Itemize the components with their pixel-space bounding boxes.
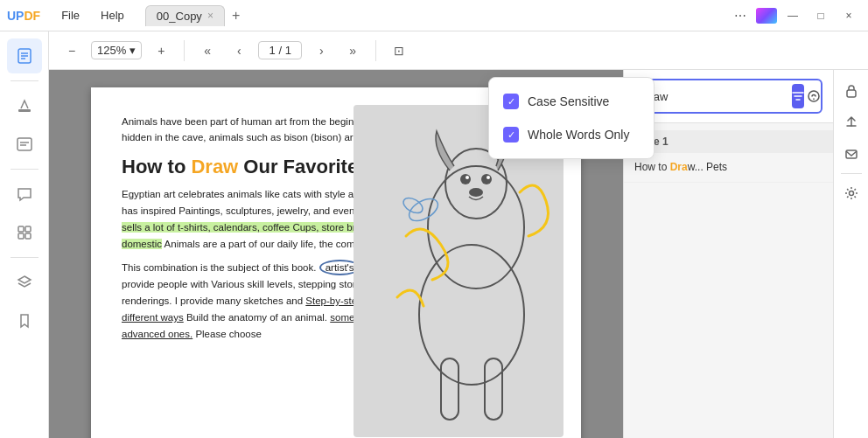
filter-option-case-sensitive[interactable]: ✓ Case Sensitive — [489, 85, 654, 118]
svg-rect-10 — [18, 233, 24, 239]
share-icon[interactable] — [837, 108, 865, 136]
heading-draw: Draw — [191, 156, 238, 177]
tab-close-btn[interactable]: × — [207, 10, 214, 22]
sidebar-icon-comment[interactable] — [7, 177, 42, 212]
result-highlight: Dra — [670, 161, 688, 173]
right-sidebar-icons — [833, 70, 868, 438]
case-sensitive-label: Case Sensitive — [528, 94, 609, 108]
left-sidebar — [0, 31, 49, 438]
zoom-display[interactable]: 125% ▾ — [91, 41, 142, 59]
titlebar-right: ⋯ — □ × — [728, 3, 861, 28]
content-area: − 125% ▾ + « ‹ 1 / 1 › » ⊡ Animals have … — [49, 31, 868, 438]
tab-add-btn[interactable]: + — [225, 4, 247, 27]
whole-words-checkbox[interactable]: ✓ — [503, 127, 519, 143]
whole-words-label: Whole Words Only — [528, 128, 629, 142]
prev-page-btn[interactable]: ‹ — [227, 38, 251, 63]
svg-rect-28 — [846, 150, 857, 158]
search-header — [624, 70, 833, 123]
minimize-btn[interactable]: — — [780, 3, 805, 28]
fit-page-btn[interactable]: ⊡ — [387, 38, 411, 63]
sidebar-divider-2 — [10, 169, 38, 170]
svg-rect-27 — [847, 90, 856, 97]
tab-document[interactable]: 00_Copy × — [145, 5, 225, 26]
sidebar-divider-1 — [10, 80, 38, 81]
svg-rect-9 — [25, 226, 31, 232]
zoom-in-btn[interactable]: + — [149, 38, 173, 63]
titlebar: UPDF File Help 00_Copy × + ⋯ — □ × — [0, 0, 868, 31]
sidebar-icon-document[interactable] — [7, 38, 42, 73]
svg-point-19 — [469, 188, 483, 197]
tab-bar: 00_Copy × + — [145, 4, 724, 27]
rs-divider — [841, 173, 862, 174]
filter-dropdown: ✓ Case Sensitive ✓ Whole Words Only — [488, 77, 654, 159]
sidebar-icon-layers[interactable] — [7, 265, 42, 300]
settings-icon[interactable] — [837, 179, 865, 207]
svg-point-29 — [849, 191, 853, 196]
toolbar: − 125% ▾ + « ‹ 1 / 1 › » ⊡ — [49, 31, 868, 70]
main-layout: − 125% ▾ + « ‹ 1 / 1 › » ⊡ Animals have … — [0, 31, 868, 438]
sidebar-icon-bookmark[interactable] — [7, 303, 42, 338]
svg-point-16 — [481, 174, 492, 184]
tab-label: 00_Copy — [157, 10, 202, 23]
svg-rect-4 — [18, 109, 31, 112]
svg-point-15 — [460, 174, 471, 184]
search-input[interactable] — [641, 90, 788, 103]
divider-2 — [375, 40, 376, 61]
sidebar-icon-organize[interactable] — [7, 215, 42, 250]
overflow-btn[interactable]: ⋯ — [728, 3, 752, 28]
brand-logo — [756, 8, 777, 24]
svg-point-18 — [486, 176, 490, 179]
email-icon[interactable] — [837, 140, 865, 168]
heading-prefix: How to — [122, 156, 191, 177]
right-panel: Page 1 How to Draw... Pets — [623, 70, 833, 438]
sidebar-divider-3 — [10, 257, 38, 258]
zoom-out-btn[interactable]: − — [60, 38, 84, 63]
skip-first-btn[interactable]: « — [195, 38, 220, 63]
result-group-page1: Page 1 — [624, 130, 833, 153]
search-filter-btn[interactable] — [792, 84, 804, 108]
page-display[interactable]: 1 / 1 — [258, 41, 302, 59]
maximize-btn[interactable]: □ — [808, 3, 833, 28]
svg-point-25 — [808, 91, 819, 101]
sidebar-icon-edit[interactable] — [7, 127, 42, 162]
lock-icon[interactable] — [837, 77, 865, 105]
search-bar — [634, 79, 822, 114]
svg-rect-5 — [18, 138, 32, 150]
skip-last-btn[interactable]: » — [340, 38, 365, 63]
divider-1 — [184, 40, 185, 61]
next-page-btn[interactable]: › — [309, 38, 333, 63]
sidebar-icon-highlight[interactable] — [7, 88, 42, 123]
svg-rect-11 — [25, 233, 31, 239]
menu-bar: File Help — [51, 5, 135, 25]
menu-help[interactable]: Help — [90, 5, 135, 25]
zoom-dropdown-arrow: ▾ — [130, 44, 136, 57]
search-options-btn[interactable] — [808, 84, 820, 108]
result-item-1[interactable]: How to Draw... Pets — [624, 153, 833, 183]
svg-point-17 — [466, 176, 469, 179]
filter-option-whole-words[interactable]: ✓ Whole Words Only — [489, 118, 654, 151]
close-btn[interactable]: × — [836, 3, 861, 28]
svg-rect-8 — [18, 226, 24, 232]
menu-file[interactable]: File — [51, 5, 90, 25]
app-logo: UPDF — [7, 9, 40, 23]
search-results: Page 1 How to Draw... Pets — [624, 123, 833, 438]
case-sensitive-checkbox[interactable]: ✓ — [503, 94, 519, 109]
content-body: Animals have been part of human art from… — [49, 70, 868, 438]
zoom-value: 125% — [97, 44, 126, 57]
